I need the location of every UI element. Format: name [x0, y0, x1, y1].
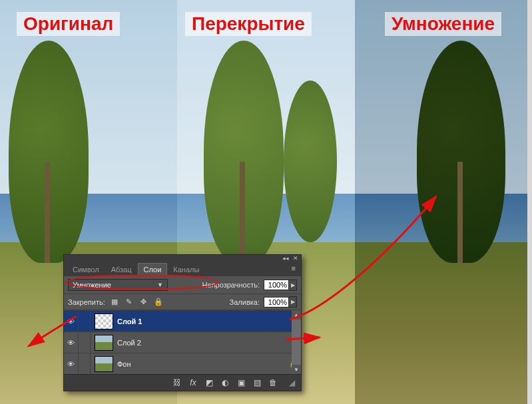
blend-mode-value: Умножение — [73, 281, 111, 289]
layer-name[interactable]: Слой 2 — [117, 339, 301, 347]
opacity-flyout-icon[interactable]: ▶ — [289, 280, 297, 291]
group-button[interactable]: ▣ — [234, 377, 248, 389]
lock-pixels-icon[interactable]: ✎ — [124, 297, 134, 307]
new-layer-button[interactable]: ▤ — [250, 377, 264, 389]
eye-icon: 👁 — [67, 360, 75, 368]
link-column[interactable] — [79, 353, 91, 374]
delete-layer-button[interactable]: 🗑 — [266, 377, 280, 389]
eye-icon: 👁 — [67, 339, 75, 347]
scroll-down-icon[interactable]: ▼ — [292, 365, 301, 374]
link-column[interactable] — [79, 311, 91, 331]
eye-icon: 👁 — [67, 317, 75, 325]
sample-multiply — [355, 0, 532, 404]
fill-label: Заливка: — [230, 298, 260, 306]
layer-row[interactable]: 👁 Слой 1 — [64, 310, 301, 331]
fill-flyout-icon[interactable]: ▶ — [289, 296, 297, 307]
adjustment-layer-button[interactable]: ◐ — [218, 377, 232, 389]
blend-mode-select[interactable]: Умножение ▼ — [68, 279, 168, 291]
opacity-input[interactable] — [264, 280, 289, 290]
label-original: Оригинал — [17, 12, 120, 36]
resize-grip-icon[interactable]: ◢ — [285, 377, 298, 389]
panel-tabs: Символ Абзац Слои Каналы ≡ — [64, 262, 301, 276]
link-column[interactable] — [79, 332, 91, 353]
visibility-toggle[interactable]: 👁 — [64, 353, 79, 374]
opacity-label: Непрозрачность: — [202, 281, 260, 289]
layers-panel: ◂◂ ✕ Символ Абзац Слои Каналы ≡ Умножени… — [63, 254, 302, 391]
collapse-icon[interactable]: ◂◂ — [282, 255, 289, 262]
layer-thumbnail[interactable] — [95, 313, 113, 329]
add-mask-button[interactable]: ◩ — [202, 377, 216, 389]
panel-menu-icon[interactable]: ≡ — [289, 263, 298, 276]
visibility-toggle[interactable]: 👁 — [64, 332, 79, 353]
tab-symbol[interactable]: Символ — [67, 263, 105, 276]
layer-thumbnail[interactable] — [95, 356, 113, 372]
tab-paragraph[interactable]: Абзац — [105, 263, 138, 276]
lock-all-icon[interactable]: 🔒 — [153, 297, 164, 307]
layer-row[interactable]: 👁 Слой 2 — [64, 331, 301, 353]
scroll-up-icon[interactable]: ▲ — [292, 310, 301, 319]
lock-position-icon[interactable]: ✥ — [138, 297, 149, 307]
fill-input[interactable] — [264, 297, 289, 307]
layer-scrollbar[interactable]: ▲ ▼ — [292, 310, 301, 374]
chevron-down-icon: ▼ — [157, 282, 163, 288]
layer-name[interactable]: Слой 1 — [117, 317, 301, 325]
lock-label: Закрепить: — [68, 298, 105, 306]
label-overlay: Перекрытие — [185, 12, 312, 36]
document-scrollbar[interactable] — [527, 0, 532, 404]
layer-name[interactable]: Фон — [117, 360, 289, 368]
lock-transparency-icon[interactable]: ▦ — [109, 297, 120, 307]
layer-list: 👁 Слой 1 👁 Слой 2 👁 Фон 🔒 ▲ ▼ — [64, 310, 301, 374]
layer-fx-button[interactable]: fx — [186, 377, 200, 389]
panel-footer: ⛓ fx ◩ ◐ ▣ ▤ 🗑 ◢ — [64, 374, 301, 391]
panel-titlebar[interactable]: ◂◂ ✕ — [64, 255, 301, 262]
link-layers-button[interactable]: ⛓ — [170, 377, 184, 389]
tab-channels[interactable]: Каналы — [167, 263, 205, 276]
close-icon[interactable]: ✕ — [293, 255, 298, 262]
visibility-toggle[interactable]: 👁 — [64, 311, 79, 331]
layer-row[interactable]: 👁 Фон 🔒 — [64, 353, 301, 374]
label-multiply: Умножение — [385, 12, 501, 36]
layer-thumbnail[interactable] — [95, 335, 113, 351]
tab-layers[interactable]: Слои — [138, 263, 168, 276]
